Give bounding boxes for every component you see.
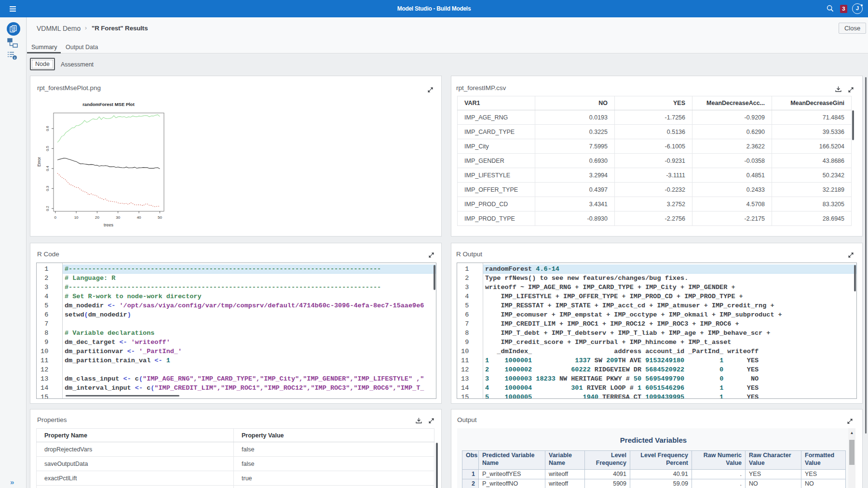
svg-text:0.5: 0.5 xyxy=(45,145,50,151)
svg-text:0.3: 0.3 xyxy=(45,185,50,191)
svg-text:0: 0 xyxy=(54,215,57,220)
svg-text:0.4: 0.4 xyxy=(45,166,50,171)
svg-text:40: 40 xyxy=(137,215,141,220)
svg-text:20: 20 xyxy=(95,215,99,220)
svg-text:0.2: 0.2 xyxy=(45,206,50,211)
svg-text:10: 10 xyxy=(74,215,79,220)
svg-text:randomForest MSE Plot: randomForest MSE Plot xyxy=(82,102,135,107)
svg-text:Error: Error xyxy=(37,157,41,167)
svg-text:50: 50 xyxy=(158,215,162,220)
svg-text:trees: trees xyxy=(104,223,114,227)
svg-text:30: 30 xyxy=(116,215,120,220)
svg-text:0.6: 0.6 xyxy=(45,126,50,132)
svg-text:i: i xyxy=(14,56,15,60)
